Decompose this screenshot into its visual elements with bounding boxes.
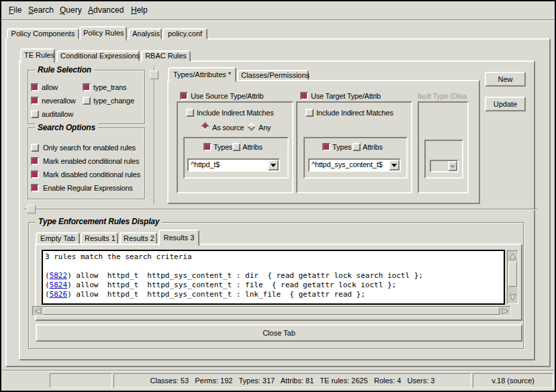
type-trans-label: type_trans xyxy=(93,83,126,91)
any-radio[interactable] xyxy=(247,122,256,131)
horizontal-sash-handle[interactable] xyxy=(27,205,36,213)
neverallow-checkbox[interactable] xyxy=(31,97,39,105)
source-attribs-label: Attribs xyxy=(242,143,263,151)
rule-link-5826[interactable]: 5826 xyxy=(50,290,68,299)
chevron-down-icon xyxy=(391,164,397,170)
type-trans-checkbox[interactable] xyxy=(83,83,91,91)
menu-search[interactable]: Search xyxy=(28,1,54,19)
source-types-label: Types xyxy=(214,143,232,151)
vertical-sash-handle[interactable] xyxy=(150,70,158,79)
allow-label: allow xyxy=(42,83,58,91)
statusbar-divider xyxy=(1,370,555,371)
mark-disabled-checkbox[interactable] xyxy=(31,170,39,179)
regex-checkbox[interactable] xyxy=(31,184,39,192)
tab-types-attributes[interactable]: Types/Attributes * xyxy=(168,67,236,83)
tab-results-3[interactable]: Results 3 xyxy=(158,230,199,246)
rule-selection-title: Rule Selection xyxy=(35,66,94,74)
neverallow-label: neverallow xyxy=(42,97,76,105)
tab-policy-rules[interactable]: Policy Rules xyxy=(79,26,127,41)
chevron-down-icon xyxy=(271,164,276,170)
status-empty-box xyxy=(50,373,112,388)
menu-query[interactable]: Query xyxy=(60,1,82,19)
mark-disabled-label: Mark disabled conditional rules xyxy=(43,170,140,179)
te-display-title: Type Enforcement Rules Display xyxy=(36,217,162,226)
target-type-combobox[interactable]: ^httpd_sys_content_t$ xyxy=(308,158,401,172)
tab-conditional-expressions[interactable]: Conditional Expressions xyxy=(56,50,140,62)
use-source-checkbox[interactable] xyxy=(180,92,188,100)
allow-checkbox[interactable] xyxy=(31,83,39,91)
default-type-inner-frame xyxy=(424,140,463,179)
use-target-checkbox[interactable] xyxy=(300,92,308,100)
close-tab-button[interactable]: Close Tab xyxy=(36,324,522,342)
menubar: File Search Query Advanced Help xyxy=(1,1,555,19)
horizontal-scrollbar-thumb[interactable] xyxy=(43,307,500,315)
rule-link-5824[interactable]: 5824 xyxy=(50,281,68,289)
source-type-combobox[interactable]: ^httpd_t$ xyxy=(187,158,280,172)
menu-advanced[interactable]: Advanced xyxy=(88,1,124,19)
target-types-label: Types xyxy=(332,143,351,151)
target-combo-dropdown-button[interactable] xyxy=(389,160,400,170)
any-label: Any xyxy=(259,124,271,132)
source-indirect-label: Include Indirect Matches xyxy=(197,109,273,117)
target-types-frame: Types Attribs ^httpd_sys_content_t$ xyxy=(304,137,408,179)
default-type-label: fault Type (Disa xyxy=(418,92,478,100)
status-version: v.18 (source) xyxy=(473,373,553,388)
target-indirect-label: Include Indirect Matches xyxy=(316,109,393,117)
target-frame: Include Indirect Matches Types Attribs ^… xyxy=(296,101,412,193)
use-target-label: Use Target Type/Attrib xyxy=(311,92,381,100)
source-types-checkbox[interactable] xyxy=(203,143,212,151)
menu-file[interactable]: File xyxy=(9,1,21,19)
horizontal-scrollbar[interactable] xyxy=(32,306,511,316)
target-attribs-label: Attribs xyxy=(363,143,383,151)
mark-enabled-label: Mark enabled conditional rules xyxy=(43,157,139,165)
as-source-radio[interactable] xyxy=(201,122,210,131)
rule-link-5822[interactable]: 5822 xyxy=(50,271,68,280)
as-source-label: As source xyxy=(212,124,244,132)
arrow-right-icon[interactable] xyxy=(501,307,510,315)
source-indirect-checkbox[interactable] xyxy=(186,109,194,117)
only-enabled-label: Only search for enabled rules xyxy=(43,144,136,152)
use-source-label: Use Source Type/Attrib xyxy=(191,92,264,100)
default-type-frame xyxy=(418,101,469,193)
arrow-down-icon[interactable] xyxy=(508,293,517,302)
update-button[interactable]: Update xyxy=(485,97,526,111)
auditallow-checkbox[interactable] xyxy=(31,110,39,118)
arrow-up-icon[interactable] xyxy=(508,252,517,260)
arrow-left-icon[interactable] xyxy=(34,307,42,315)
results-textarea[interactable]: 3 rules match the search criteria (5822)… xyxy=(42,250,505,305)
tab-te-rules[interactable]: TE Rules xyxy=(20,48,55,63)
target-indirect-checkbox[interactable] xyxy=(306,109,314,117)
menubar-divider xyxy=(1,19,555,21)
target-types-checkbox[interactable] xyxy=(322,143,330,151)
tab-policy-conf[interactable]: policy.conf xyxy=(163,28,207,40)
regex-label: Enable Regular Expressions xyxy=(43,184,133,192)
default-type-combobox-disabled xyxy=(430,160,459,173)
auditallow-label: auditallow xyxy=(42,110,73,118)
rule-line: (5826) allow httpd_t httpd_sys_content_t… xyxy=(45,290,502,299)
vertical-scrollbar[interactable] xyxy=(507,250,518,304)
app-window: File Search Query Advanced Help Policy C… xyxy=(0,0,556,392)
new-button[interactable]: New xyxy=(485,72,526,87)
chevron-down-icon xyxy=(450,165,455,171)
vertical-scrollbar-thumb[interactable] xyxy=(508,262,517,287)
only-enabled-checkbox[interactable] xyxy=(31,144,39,152)
horizontal-sash[interactable] xyxy=(24,209,537,210)
tab-rbac-rules[interactable]: RBAC Rules xyxy=(141,50,191,62)
tab-policy-components[interactable]: Policy Components xyxy=(7,28,79,40)
menu-help[interactable]: Help xyxy=(131,1,148,19)
target-attribs-checkbox[interactable] xyxy=(353,143,361,151)
rule-line: (5822) allow httpd_t httpd_sys_content_t… xyxy=(45,271,502,281)
results-summary: 3 rules match the search criteria xyxy=(45,252,502,262)
mark-enabled-checkbox[interactable] xyxy=(31,157,39,165)
tab-analysis[interactable]: Analysis xyxy=(128,28,162,40)
source-types-frame: Types Attribs ^httpd_t$ xyxy=(183,137,289,179)
search-options-title: Search Options xyxy=(35,124,98,132)
source-frame: Include Indirect Matches As source Any T… xyxy=(177,101,293,193)
vertical-sash[interactable] xyxy=(154,66,155,204)
source-attribs-checkbox[interactable] xyxy=(232,143,240,151)
source-combo-dropdown-button[interactable] xyxy=(268,160,279,170)
type-change-label: type_change xyxy=(93,97,134,105)
default-combo-dropdown-button xyxy=(448,161,457,171)
status-stats: Classes: 53 Perms: 192 Types: 317 Attrib… xyxy=(113,373,471,388)
type-change-checkbox[interactable] xyxy=(83,97,91,105)
